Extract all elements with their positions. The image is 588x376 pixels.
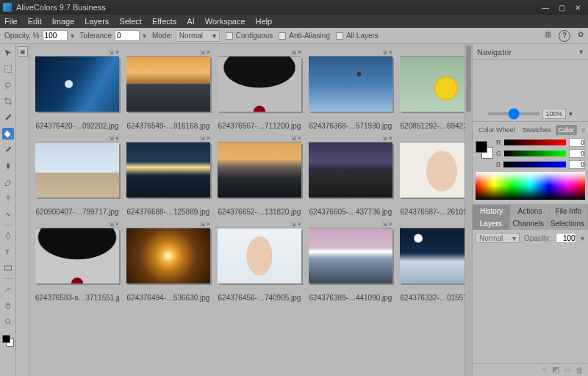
thumbnail-image[interactable]: [400, 57, 465, 112]
thumbnail-card[interactable]: ⇲×624376368-…571930.jpg: [309, 48, 392, 130]
menu-edit[interactable]: Edit: [28, 17, 42, 26]
hand-tool[interactable]: [2, 300, 14, 311]
thumbnail-card[interactable]: ⇲×620900407-…799717.jpg: [35, 134, 119, 216]
thumbnail-image[interactable]: [218, 142, 301, 198]
close-icon[interactable]: ×: [298, 220, 301, 228]
opacity-stepper-icon[interactable]: ▾: [71, 32, 74, 40]
brush-tool[interactable]: [2, 144, 14, 156]
r-slider[interactable]: [504, 140, 567, 145]
thumbnail-image[interactable]: [126, 57, 210, 112]
menu-select[interactable]: Select: [119, 17, 142, 26]
tab-color-wheel[interactable]: Color Wheel: [476, 125, 518, 135]
file-tab-icon[interactable]: ▣: [18, 46, 28, 57]
thumbnail-image[interactable]: [309, 142, 392, 198]
close-icon[interactable]: ×: [389, 134, 392, 142]
pin-icon[interactable]: ⇲: [200, 49, 205, 56]
minimize-button[interactable]: —: [538, 2, 553, 12]
thumbnail-card[interactable]: ⇲×624376688-…125889.jpg: [126, 134, 210, 216]
tab-layers[interactable]: Layers: [473, 217, 510, 230]
contiguous-checkbox[interactable]: [226, 32, 233, 40]
help-icon[interactable]: ?: [559, 30, 570, 42]
g-slider[interactable]: [504, 151, 566, 156]
close-icon[interactable]: ×: [207, 220, 210, 228]
pin-icon[interactable]: ⇲: [291, 221, 296, 228]
zoom-stepper-icon[interactable]: ▾: [569, 110, 573, 118]
close-icon[interactable]: ×: [389, 220, 392, 228]
close-icon[interactable]: ×: [298, 48, 301, 56]
thumbnail-card[interactable]: ⇲×624376605-…437736.jpg: [309, 134, 392, 216]
menu-file[interactable]: File: [4, 17, 18, 26]
zoom-slider[interactable]: [488, 112, 539, 115]
bucket-tool[interactable]: [2, 128, 14, 140]
pin-icon[interactable]: ⇲: [200, 135, 205, 142]
tolerance-stepper-icon[interactable]: ▾: [143, 32, 146, 40]
pin-icon[interactable]: ⇲: [109, 49, 114, 56]
r-input[interactable]: [569, 138, 585, 147]
thumbnail-card[interactable]: ⇲×624376389-…441090.jpg: [309, 220, 392, 302]
text-tool[interactable]: T: [2, 246, 14, 258]
opacity-input[interactable]: [43, 30, 68, 41]
clone-tool[interactable]: [2, 192, 14, 204]
pin-icon[interactable]: ⇲: [382, 221, 387, 228]
menu-layers[interactable]: Layers: [85, 17, 109, 26]
close-button[interactable]: ✕: [570, 2, 585, 12]
antialias-checkbox[interactable]: [279, 32, 286, 40]
healing-tool[interactable]: [2, 209, 14, 220]
layer-fx-icon[interactable]: ✧: [541, 365, 548, 375]
pin-icon[interactable]: ⇲: [200, 221, 205, 228]
tab-color[interactable]: Color: [556, 125, 578, 135]
thumbnail-card[interactable]: ⇲×624376549-…916168.jpg: [126, 48, 210, 130]
menu-workspace[interactable]: Workspace: [205, 17, 245, 26]
thumbnail-card[interactable]: ⇲×620851292-…694221.jpg: [400, 48, 465, 130]
pin-icon[interactable]: ⇲: [109, 221, 114, 228]
pin-icon[interactable]: ⇲: [109, 135, 114, 142]
close-icon[interactable]: ×: [115, 134, 119, 142]
mode-dropdown[interactable]: Normal▾: [176, 30, 220, 42]
maximize-button[interactable]: ▢: [554, 2, 569, 12]
gallery-scrollbar[interactable]: [465, 44, 472, 376]
thumbnail-card[interactable]: ⇲×624376567-…711200.jpg: [218, 48, 301, 130]
thumbnail-image[interactable]: [35, 57, 119, 112]
pin-icon[interactable]: ⇲: [382, 49, 387, 56]
thumbnail-image[interactable]: [126, 228, 210, 283]
pin-icon[interactable]: ⇲: [291, 135, 296, 142]
b-slider[interactable]: [503, 162, 566, 167]
marquee-tool[interactable]: [2, 63, 14, 75]
layer-opacity-stepper-icon[interactable]: ▾: [581, 234, 584, 242]
eyedropper-tool[interactable]: [2, 112, 14, 123]
zoom-tool[interactable]: [2, 316, 14, 328]
move-tool[interactable]: [2, 47, 14, 59]
thumbnail-image[interactable]: [400, 228, 465, 283]
tab-selections[interactable]: Selections: [548, 217, 588, 230]
pen-tool[interactable]: [2, 230, 14, 242]
thumbnail-card[interactable]: ⇲×624376583-s…3711551.jpg: [35, 220, 119, 302]
notify-icon[interactable]: ▥: [545, 30, 551, 42]
thumbnail-card[interactable]: ⇲×624376332-…015519.jpg: [400, 220, 465, 302]
thumbnail-image[interactable]: [309, 57, 392, 112]
panel-menu-icon[interactable]: ▾: [579, 47, 584, 57]
blur-tool[interactable]: [2, 160, 14, 172]
menu-image[interactable]: Image: [52, 17, 75, 26]
eraser-tool[interactable]: [2, 176, 14, 188]
close-icon[interactable]: ×: [207, 134, 210, 142]
pin-icon[interactable]: ⇲: [291, 49, 296, 56]
close-icon[interactable]: ×: [115, 220, 119, 228]
tab-channels[interactable]: Channels: [510, 217, 548, 230]
layer-mask-icon[interactable]: ◩: [552, 365, 559, 375]
thumbnail-image[interactable]: [35, 142, 119, 198]
close-icon[interactable]: ×: [298, 134, 301, 142]
close-icon[interactable]: ×: [115, 48, 119, 56]
menu-help[interactable]: Help: [256, 17, 273, 26]
shape-tool[interactable]: [2, 262, 14, 274]
tolerance-input[interactable]: [115, 30, 140, 41]
tab-swatches[interactable]: Swatches: [520, 125, 554, 135]
smudge-tool[interactable]: [2, 283, 14, 295]
layer-opacity-input[interactable]: [556, 233, 576, 243]
g-input[interactable]: [569, 149, 585, 158]
close-icon[interactable]: ×: [389, 48, 392, 56]
thumbnail-image[interactable]: [400, 142, 465, 198]
thumbnail-card[interactable]: ⇲×624376587-…261092.jpg: [400, 134, 465, 216]
thumbnail-image[interactable]: [218, 57, 301, 112]
tab-fileinfo[interactable]: File Info: [550, 205, 588, 217]
tab-actions[interactable]: Actions: [511, 205, 549, 217]
